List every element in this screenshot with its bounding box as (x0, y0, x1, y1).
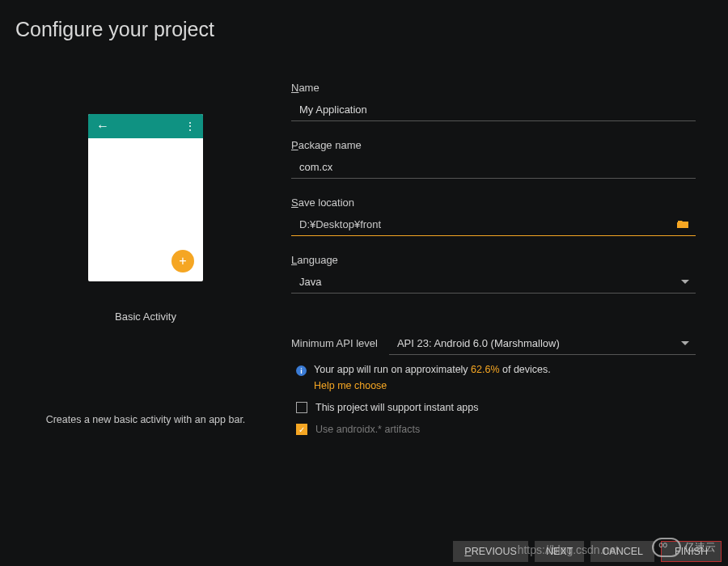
template-name: Basic Activity (115, 310, 176, 323)
browse-folder-icon[interactable] (677, 218, 696, 231)
name-input[interactable] (291, 99, 696, 121)
package-label: Package name (291, 139, 696, 151)
main-content: ← ⋮ + Basic Activity Creates a new basic… (0, 41, 728, 435)
template-description: Creates a new basic activity with an app… (46, 414, 246, 425)
instant-apps-checkbox[interactable] (296, 402, 307, 413)
api-level-value: API 23: Android 6.0 (Marshmallow) (389, 332, 681, 354)
yisu-text: 亿速云 (684, 540, 716, 555)
chevron-down-icon (681, 341, 689, 345)
phone-toolbar: ← ⋮ (88, 114, 203, 138)
save-location-label: Save location (291, 196, 696, 209)
form-pane: Name Package name Save location Language… (291, 82, 728, 435)
language-select[interactable]: Java (291, 271, 696, 294)
name-label: Name (291, 82, 696, 94)
api-info-text: Your app will run on approximately 62.6%… (314, 364, 551, 375)
preview-pane: ← ⋮ + Basic Activity Creates a new basic… (0, 82, 291, 435)
overflow-menu-icon: ⋮ (184, 120, 195, 133)
androidx-checkbox: ✓ (296, 424, 307, 435)
chevron-down-icon (681, 280, 689, 284)
api-level-select[interactable]: API 23: Android 6.0 (Marshmallow) (389, 332, 696, 355)
help-me-choose-link[interactable]: Help me choose (314, 380, 696, 391)
language-value: Java (291, 271, 681, 293)
csdn-watermark: https://blog.csdn.net (518, 543, 619, 556)
androidx-label: Use androidx.* artifacts (315, 424, 420, 435)
save-location-input[interactable] (291, 213, 677, 235)
info-icon: i (296, 365, 307, 376)
template-preview: ← ⋮ + (88, 114, 203, 281)
cloud-icon (652, 538, 681, 557)
fab-plus-icon: + (171, 250, 194, 272)
api-level-label: Minimum API level (291, 337, 378, 349)
instant-apps-label: This project will support instant apps (315, 402, 478, 413)
back-arrow-icon: ← (96, 119, 109, 133)
yisu-watermark: 亿速云 (652, 530, 725, 564)
package-input[interactable] (291, 156, 696, 179)
language-label: Language (291, 254, 696, 266)
page-title: Configure your project (0, 0, 728, 41)
